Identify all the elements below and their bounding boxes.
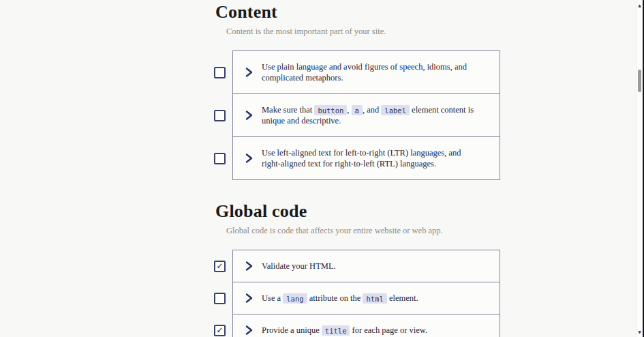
item-text: Provide a unique title for each page or …	[262, 325, 427, 336]
text-fragment: Use left-aligned text for left-to-right …	[262, 148, 461, 168]
item-checkbox[interactable]: ✓	[214, 261, 226, 272]
item-checkbox[interactable]	[214, 110, 226, 121]
item-text: Use a lang attribute on the html element…	[262, 293, 418, 304]
section-title: Global code	[215, 201, 500, 222]
chevron-right-icon	[244, 67, 254, 78]
item-text: Validate your HTML.	[262, 261, 336, 272]
text-fragment: Validate your HTML.	[262, 261, 336, 271]
text-fragment: Use plain language and avoid figures of …	[262, 62, 467, 83]
checklist-item-card[interactable]: Provide a unique title for each page or …	[232, 314, 500, 337]
checklist-row: Make sure that button, a, and label elem…	[214, 93, 500, 137]
checklist-section: Global code Global code is code that aff…	[214, 201, 500, 337]
checklist-item-card[interactable]: Use plain language and avoid figures of …	[232, 50, 500, 94]
chevron-right-icon	[244, 261, 254, 272]
checklist-row: Use left-aligned text for left-to-right …	[214, 136, 500, 180]
scrollbar-thumb[interactable]	[638, 70, 641, 92]
inline-code-chip: button	[314, 105, 347, 115]
text-fragment: for each page or view.	[350, 325, 427, 335]
chevron-right-icon	[244, 325, 254, 336]
chevron-right-icon	[244, 293, 254, 304]
item-checkbox[interactable]	[214, 153, 226, 164]
checklist-item-card[interactable]: Use a lang attribute on the html element…	[232, 282, 500, 314]
section-subtitle: Content is the most important part of yo…	[226, 26, 500, 37]
checklist-row: ✓ Validate your HTML.	[214, 250, 500, 282]
text-fragment: Provide a unique	[262, 325, 322, 335]
checklist-main: Content Content is the most important pa…	[214, 0, 500, 337]
text-fragment: element.	[387, 293, 418, 303]
checklist-row: Use a lang attribute on the html element…	[214, 282, 500, 314]
vertical-scrollbar[interactable]: ▲ ▼	[636, 0, 644, 337]
inline-code-chip: label	[381, 105, 410, 115]
text-fragment: , and	[363, 105, 381, 115]
chevron-right-icon	[244, 110, 254, 121]
browser-viewport: Content Content is the most important pa…	[0, 0, 636, 337]
checklist-row: Use plain language and avoid figures of …	[214, 50, 500, 94]
inline-code-chip: lang	[283, 293, 307, 304]
chevron-right-icon	[244, 153, 254, 164]
checklist-section: Content Content is the most important pa…	[214, 1, 500, 180]
inline-code-chip: a	[352, 105, 363, 115]
scroll-up-icon[interactable]: ▲	[637, 3, 643, 8]
text-fragment: attribute on the	[307, 293, 363, 303]
scroll-down-icon[interactable]: ▼	[637, 329, 643, 335]
inline-code-chip: title	[322, 325, 350, 336]
checklist: ✓ Validate your HTML. Use a lang attribu…	[214, 250, 500, 337]
text-fragment: Make sure that	[262, 105, 314, 115]
checklist: Use plain language and avoid figures of …	[214, 50, 500, 180]
item-text: Use left-aligned text for left-to-right …	[262, 147, 482, 169]
checklist-item-card[interactable]: Make sure that button, a, and label elem…	[232, 93, 500, 137]
inline-code-chip: html	[363, 293, 386, 304]
checklist-item-card[interactable]: Use left-aligned text for left-to-right …	[232, 136, 500, 180]
section-title: Content	[215, 1, 500, 23]
item-checkbox[interactable]: ✓	[214, 325, 226, 336]
section-subtitle: Global code is code that affects your en…	[226, 225, 500, 236]
item-checkbox[interactable]	[214, 293, 226, 304]
text-fragment: Use a	[262, 293, 283, 303]
item-text: Make sure that button, a, and label elem…	[262, 104, 482, 126]
item-text: Use plain language and avoid figures of …	[262, 61, 482, 83]
text-fragment: ,	[347, 105, 351, 115]
item-checkbox[interactable]	[214, 67, 226, 78]
checklist-row: ✓ Provide a unique title for each page o…	[214, 314, 500, 337]
checklist-item-card[interactable]: Validate your HTML.	[232, 250, 500, 282]
